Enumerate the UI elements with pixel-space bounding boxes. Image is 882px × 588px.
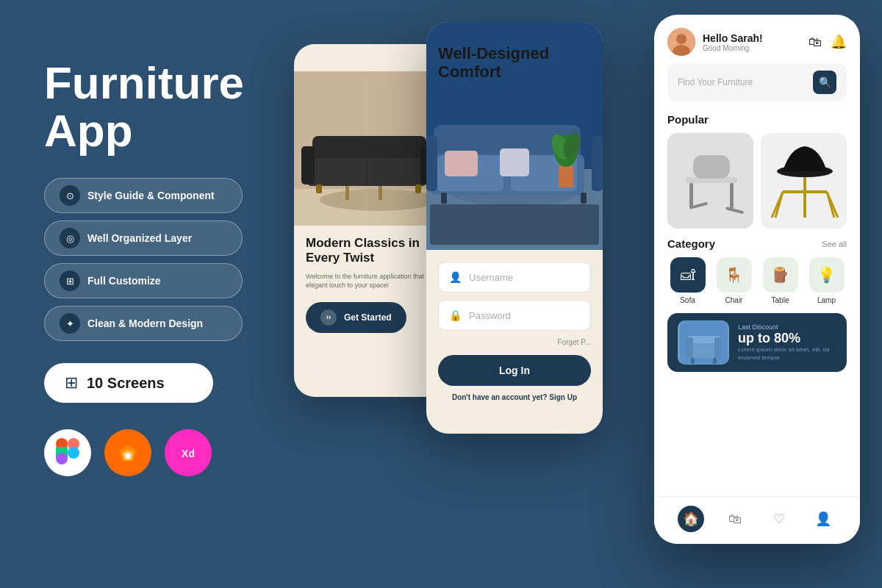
chair-label: Chair bbox=[725, 296, 743, 304]
svg-rect-21 bbox=[301, 146, 315, 184]
svg-rect-24 bbox=[415, 184, 421, 193]
nav-profile[interactable]: 👤 bbox=[810, 506, 836, 532]
home-header: Hello Sarah! Good Morning 🛍 🔔 bbox=[654, 15, 860, 63]
category-table[interactable]: 🪵 Table bbox=[760, 257, 800, 304]
lamp-label: Lamp bbox=[817, 296, 836, 304]
good-morning-text: Good Morning bbox=[703, 44, 763, 52]
user-greeting: Hello Sarah! Good Morning bbox=[703, 32, 763, 52]
nav-home[interactable]: 🏠 bbox=[678, 506, 704, 532]
promo-text: Last Discount up to 80% Lorem ipsum dolo… bbox=[738, 323, 836, 362]
svg-rect-57 bbox=[730, 183, 734, 209]
search-placeholder-text: Find Your Furniture bbox=[678, 77, 806, 87]
category-sofa[interactable]: 🛋 Sofa bbox=[667, 257, 708, 304]
forget-password-text: Forget P... bbox=[438, 338, 591, 346]
feature-pill-1: ⊙ Style Guide & Component bbox=[44, 178, 243, 213]
app-title: Furniture App bbox=[44, 59, 294, 154]
bag-icon[interactable]: 🛍 bbox=[808, 35, 822, 50]
login-form: 👤 Username 🔒 Password Forget P... Log In… bbox=[426, 250, 603, 413]
phone-login: Well-Designed Comfort 👤 Username 🔒 Passw… bbox=[426, 22, 603, 434]
xd-icon: Xd bbox=[165, 429, 212, 476]
promo-banner[interactable]: Last Discount up to 80% Lorem ipsum dolo… bbox=[667, 313, 847, 372]
sofa-category-icon: 🛋 bbox=[670, 257, 706, 293]
search-button[interactable]: 🔍 bbox=[813, 71, 836, 94]
username-field[interactable]: 👤 Username bbox=[438, 262, 591, 293]
lamp-category-icon: 💡 bbox=[809, 257, 845, 293]
well-designed-heading: Well-Designed Comfort bbox=[438, 44, 591, 82]
svg-rect-55 bbox=[693, 155, 730, 179]
svg-rect-41 bbox=[592, 136, 603, 191]
popular-card-2[interactable] bbox=[761, 133, 847, 229]
svg-rect-71 bbox=[686, 337, 693, 358]
feature-label-2: Well Organized Layer bbox=[87, 232, 192, 244]
svg-rect-2 bbox=[68, 447, 79, 459]
svg-rect-73 bbox=[691, 358, 695, 364]
phones-container: Skip bbox=[279, 0, 882, 588]
popular-section: Popular bbox=[654, 113, 860, 229]
feature-pill-4: ✦ Clean & Modern Design bbox=[44, 306, 243, 341]
svg-rect-74 bbox=[713, 358, 717, 364]
arrow-icon: ›› bbox=[320, 309, 337, 326]
get-started-button[interactable]: ›› Get Started bbox=[306, 302, 406, 333]
greeting-text: Hello Sarah! bbox=[703, 32, 763, 44]
svg-rect-56 bbox=[689, 183, 693, 209]
see-all-link[interactable]: See all bbox=[822, 240, 847, 248]
left-panel: Furniture App ⊙ Style Guide & Component … bbox=[44, 59, 294, 476]
svg-point-51 bbox=[676, 34, 686, 44]
sketch-icon bbox=[104, 429, 151, 476]
svg-text:Xd: Xd bbox=[182, 448, 195, 459]
feature-label-1: Style Guide & Component bbox=[87, 190, 215, 201]
style-guide-icon: ⊙ bbox=[60, 185, 80, 206]
svg-rect-44 bbox=[559, 165, 573, 187]
feature-label-3: Full Customize bbox=[87, 275, 161, 287]
promo-small-text: Last Discount bbox=[738, 323, 836, 331]
svg-rect-38 bbox=[445, 151, 478, 176]
table-label: Table bbox=[772, 296, 789, 304]
svg-point-4 bbox=[56, 453, 68, 465]
password-placeholder: Password bbox=[469, 310, 511, 321]
username-placeholder: Username bbox=[469, 272, 513, 283]
user-info: Hello Sarah! Good Morning bbox=[667, 28, 763, 56]
category-grid: 🛋 Sofa 🪑 Chair 🪵 Table 💡 Lamp bbox=[667, 257, 847, 304]
svg-rect-72 bbox=[714, 337, 722, 358]
screens-label: 10 Screens bbox=[87, 375, 165, 392]
header-action-icons: 🛍 🔔 bbox=[808, 34, 847, 50]
popular-title: Popular bbox=[667, 113, 847, 126]
category-chair[interactable]: 🪑 Chair bbox=[714, 257, 754, 304]
nav-shop[interactable]: 🛍 bbox=[722, 506, 748, 532]
layer-icon: ◎ bbox=[60, 228, 80, 248]
login-button[interactable]: Log In bbox=[438, 355, 591, 386]
lock-icon: 🔒 bbox=[449, 309, 462, 321]
category-title: Category bbox=[667, 237, 715, 250]
sofa-label: Sofa bbox=[680, 296, 695, 304]
avatar bbox=[667, 28, 695, 56]
screens-grid-icon: ⊞ bbox=[65, 373, 78, 392]
svg-rect-40 bbox=[426, 136, 437, 191]
popular-card-1[interactable] bbox=[667, 133, 753, 229]
promo-chair-image bbox=[678, 320, 729, 365]
nav-favorites[interactable]: ♡ bbox=[766, 506, 792, 532]
signup-text: Don't have an account yet? Sign Up bbox=[438, 393, 591, 401]
promo-desc-text: Lorem ipsum dolor sit amet, elit, da eiu… bbox=[738, 346, 836, 362]
popular-grid bbox=[667, 133, 847, 229]
svg-rect-48 bbox=[430, 204, 599, 245]
feature-list: ⊙ Style Guide & Component ◎ Well Organiz… bbox=[44, 178, 294, 341]
design-icon: ✦ bbox=[60, 313, 80, 334]
feature-label-4: Clean & Modern Design bbox=[87, 318, 203, 329]
password-field[interactable]: 🔒 Password bbox=[438, 300, 591, 331]
bell-icon[interactable]: 🔔 bbox=[831, 34, 847, 50]
table-category-icon: 🪵 bbox=[763, 257, 798, 293]
svg-rect-23 bbox=[316, 184, 322, 193]
feature-pill-2: ◎ Well Organized Layer bbox=[44, 220, 243, 256]
search-bar[interactable]: Find Your Furniture 🔍 bbox=[667, 63, 847, 101]
phone-home: Hello Sarah! Good Morning 🛍 🔔 Find Your … bbox=[654, 15, 860, 544]
category-lamp[interactable]: 💡 Lamp bbox=[806, 257, 847, 304]
promo-big-text: up to 80% bbox=[738, 331, 836, 346]
figma-icon bbox=[44, 429, 91, 476]
signup-link[interactable]: Sign Up bbox=[549, 393, 577, 401]
tool-icons: Xd bbox=[44, 429, 294, 476]
screens-pill: ⊞ 10 Screens bbox=[44, 363, 213, 403]
category-header: Category See all bbox=[667, 237, 847, 250]
svg-rect-43 bbox=[581, 193, 587, 204]
svg-rect-39 bbox=[500, 148, 529, 176]
bottom-navigation: 🏠 🛍 ♡ 👤 bbox=[654, 496, 860, 544]
